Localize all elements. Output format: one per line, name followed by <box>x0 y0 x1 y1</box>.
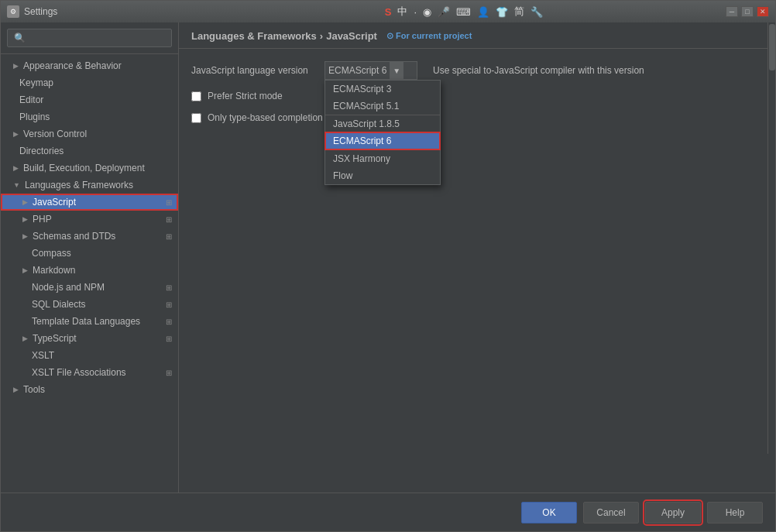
titlebar-left: ⚙ Settings <box>7 5 57 18</box>
ok-button[interactable]: OK <box>521 502 577 523</box>
taskbar-s: S <box>385 6 392 18</box>
scrollbar[interactable] <box>767 22 775 454</box>
sidebar-item-label: PHP <box>33 214 52 225</box>
taskbar-area: S 中 · ◉ 🎤 ⌨ 👤 👕 简 🔧 <box>385 1 543 22</box>
module-icon: ⊞ <box>166 300 172 309</box>
module-icon: ⊞ <box>166 283 172 292</box>
dropdown-option-flow[interactable]: Flow <box>325 167 440 184</box>
sidebar-item-keymap[interactable]: Keymap <box>1 74 178 91</box>
sidebar-item-label: Languages & Frameworks <box>25 180 133 190</box>
main-panel: Languages & Frameworks › JavaScript ⊙ Fo… <box>179 22 775 493</box>
taskbar-user: 👤 <box>477 6 489 18</box>
sidebar-item-label: Node.js and NPM <box>32 282 105 293</box>
sidebar-item-version-control[interactable]: ▶ Version Control <box>1 125 178 142</box>
minimize-button[interactable]: ─ <box>726 6 738 17</box>
dropdown-option-ecma3[interactable]: ECMAScript 3 <box>325 81 440 98</box>
module-icon: ⊞ <box>166 232 172 241</box>
close-button[interactable]: ✕ <box>757 6 769 17</box>
arrow-icon: ▶ <box>13 164 19 172</box>
sidebar-item-languages[interactable]: ▼ Languages & Frameworks <box>1 177 178 194</box>
sidebar-item-directories[interactable]: Directories <box>1 142 178 160</box>
dropdown-select-button[interactable]: ECMAScript 6 ▼ <box>324 61 417 80</box>
main-header: Languages & Frameworks › JavaScript ⊙ Fo… <box>179 22 775 49</box>
sidebar-item-php[interactable]: ▶ PHP ⊞ <box>1 211 178 228</box>
sidebar-item-label: XSLT <box>32 350 54 361</box>
sidebar-item-editor[interactable]: Editor <box>1 91 178 108</box>
sidebar-item-typescript[interactable]: ▶ TypeScript ⊞ <box>1 330 178 347</box>
dropdown-arrow-icon: ▼ <box>390 62 403 79</box>
breadcrumb-root: Languages & Frameworks <box>191 30 317 42</box>
module-icon: ⊞ <box>166 369 172 377</box>
maximize-button[interactable]: □ <box>741 6 754 17</box>
type-based-row: Only type-based completion <box>191 112 763 123</box>
sidebar-item-label: Directories <box>19 146 64 156</box>
sidebar-item-label: Schemas and DTDs <box>33 231 115 242</box>
sidebar-item-build[interactable]: ▶ Build, Execution, Deployment <box>1 160 178 177</box>
sidebar-item-label: Appearance & Behavior <box>23 60 122 71</box>
type-based-checkbox[interactable] <box>191 113 201 123</box>
titlebar-controls: ─ □ ✕ <box>726 6 769 17</box>
sidebar-item-plugins[interactable]: Plugins <box>1 108 178 125</box>
sidebar-item-javascript[interactable]: ▶ JavaScript ⊞ <box>1 194 178 211</box>
breadcrumb-sep: › <box>320 30 323 42</box>
project-link[interactable]: ⊙ For current project <box>386 31 472 41</box>
strict-mode-checkbox[interactable] <box>191 91 201 101</box>
arrow-icon: ▶ <box>22 335 28 342</box>
dropdown-menu: ECMAScript 3 ECMAScript 5.1 JavaScript 1… <box>324 80 441 185</box>
dropdown-option-ecma51[interactable]: ECMAScript 5.1 <box>325 98 440 115</box>
version-dropdown[interactable]: ECMAScript 6 ▼ ECMAScript 3 ECMAScript 5… <box>324 61 417 80</box>
sidebar-item-label: SQL Dialects <box>32 299 86 310</box>
arrow-icon: ▶ <box>22 198 28 206</box>
sidebar-item-sql[interactable]: SQL Dialects ⊞ <box>1 296 178 313</box>
content-area: ▶ Appearance & Behavior Keymap Editor Pl… <box>1 22 775 493</box>
main-content: JavaScript language version ECMAScript 6… <box>179 49 775 493</box>
settings-window: ⚙ Settings S 中 · ◉ 🎤 ⌨ 👤 👕 简 🔧 ─ □ ✕ <box>0 0 776 532</box>
search-input[interactable] <box>7 29 172 47</box>
titlebar: ⚙ Settings S 中 · ◉ 🎤 ⌨ 👤 👕 简 🔧 ─ □ ✕ <box>1 1 775 22</box>
module-icon: ⊞ <box>166 335 172 343</box>
sidebar-item-label: Markdown <box>33 265 75 276</box>
bottom-bar: OK Cancel Apply Help <box>1 493 775 531</box>
module-icon: ⊞ <box>166 215 172 224</box>
type-based-label: Only type-based completion <box>208 112 323 123</box>
settings-icon: ⚙ <box>7 5 19 18</box>
sidebar-item-nodejs[interactable]: Node.js and NPM ⊞ <box>1 279 178 296</box>
taskbar-zh: 中 <box>397 5 407 19</box>
dropdown-option-jsx[interactable]: JSX Harmony <box>325 149 440 167</box>
sidebar-item-label: Tools <box>23 384 45 395</box>
arrow-icon: ▶ <box>22 215 28 223</box>
sidebar-item-markdown[interactable]: ▶ Markdown <box>1 262 178 279</box>
search-box <box>1 22 178 54</box>
sidebar-item-xslt-assoc[interactable]: XSLT File Associations ⊞ <box>1 364 178 381</box>
apply-button[interactable]: Apply <box>645 502 701 523</box>
strict-mode-row: Prefer Strict mode <box>191 91 763 101</box>
window-title: Settings <box>24 6 57 17</box>
helper-text: Use special to-JavaScript compiler with … <box>433 65 644 76</box>
version-setting-row: JavaScript language version ECMAScript 6… <box>191 61 763 80</box>
sidebar: ▶ Appearance & Behavior Keymap Editor Pl… <box>1 22 179 493</box>
cancel-button[interactable]: Cancel <box>583 502 639 523</box>
sidebar-item-xslt[interactable]: XSLT <box>1 347 178 364</box>
sidebar-item-schemas[interactable]: ▶ Schemas and DTDs ⊞ <box>1 228 178 245</box>
arrow-icon: ▶ <box>13 130 19 138</box>
sidebar-item-label: Build, Execution, Deployment <box>23 163 145 173</box>
help-button[interactable]: Help <box>707 502 763 523</box>
taskbar-jian: 简 <box>514 5 524 19</box>
sidebar-item-label: Version Control <box>23 129 87 139</box>
sidebar-item-label: Keymap <box>19 77 53 88</box>
sidebar-nav: ▶ Appearance & Behavior Keymap Editor Pl… <box>1 54 178 493</box>
sidebar-item-label: Plugins <box>19 112 50 122</box>
taskbar-tool: 🔧 <box>530 6 543 18</box>
sidebar-item-appearance[interactable]: ▶ Appearance & Behavior <box>1 57 178 74</box>
sidebar-item-tools[interactable]: ▶ Tools <box>1 381 178 398</box>
sidebar-item-template[interactable]: Template Data Languages ⊞ <box>1 313 178 330</box>
breadcrumb: Languages & Frameworks › JavaScript ⊙ Fo… <box>191 30 763 42</box>
arrow-icon: ▼ <box>13 181 20 189</box>
arrow-icon: ▶ <box>13 62 19 70</box>
scrollbar-thumb <box>769 24 775 70</box>
sidebar-item-compass[interactable]: Compass <box>1 245 178 262</box>
dropdown-option-ecma6[interactable]: ECMAScript 6 <box>325 132 440 149</box>
breadcrumb-current: JavaScript <box>326 30 377 42</box>
dropdown-option-js185[interactable]: JavaScript 1.8.5 <box>325 115 440 132</box>
selected-value: ECMAScript 6 <box>328 65 386 76</box>
